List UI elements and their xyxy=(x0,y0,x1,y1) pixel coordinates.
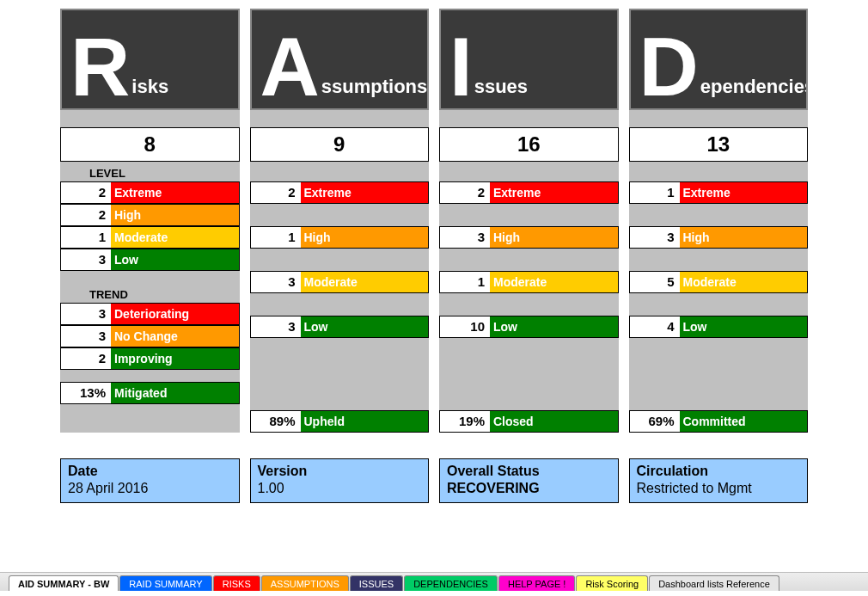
count-box: 13 xyxy=(629,127,809,162)
level-count: 1 xyxy=(251,227,301,248)
level-label: Moderate xyxy=(490,272,618,292)
level-row: 2Extreme xyxy=(60,181,240,204)
level-row: 4Low xyxy=(629,316,809,338)
header-letter: D xyxy=(639,36,699,98)
meta-title: Version xyxy=(258,463,422,480)
level-row: 3High xyxy=(439,226,619,249)
trend-count: 3 xyxy=(61,326,111,347)
header-letter: R xyxy=(70,36,130,98)
status-percent: 19% xyxy=(440,411,490,432)
level-count: 1 xyxy=(440,272,490,292)
meta-title: Overall Status xyxy=(447,463,611,480)
level-count: 2 xyxy=(251,182,301,203)
trend-label: Deteriorating xyxy=(111,304,239,324)
status-row: 69%Committed xyxy=(629,410,809,433)
sheet-tab[interactable]: ISSUES xyxy=(350,575,403,591)
status-percent: 13% xyxy=(61,383,111,403)
status-percent: 69% xyxy=(630,411,680,432)
trend-row: 2Improving xyxy=(60,347,240,370)
column-header: Risks xyxy=(60,9,240,110)
column-i: Issues162Extreme3High1Moderate10Low19%Cl… xyxy=(439,9,619,433)
level-row: 3High xyxy=(629,226,809,249)
level-count: 3 xyxy=(440,227,490,248)
level-count: 4 xyxy=(630,316,680,337)
level-count: 5 xyxy=(630,272,680,292)
sheet-tab[interactable]: DEPENDENCIES xyxy=(404,575,498,591)
level-label: High xyxy=(490,227,618,248)
header-letter: A xyxy=(260,36,320,98)
level-count: 1 xyxy=(61,227,111,248)
sheet-tab[interactable]: ASSUMPTIONS xyxy=(261,575,349,591)
count-box: 9 xyxy=(250,127,430,162)
meta-value: RECOVERING xyxy=(447,480,611,497)
level-label: Moderate xyxy=(301,272,429,292)
level-label: High xyxy=(680,227,808,248)
meta-box: Date28 April 2016 xyxy=(60,458,240,503)
trend-count: 3 xyxy=(61,304,111,324)
status-row: 19%Closed xyxy=(439,410,619,433)
section-label-trend: TREND xyxy=(60,283,240,303)
column-header: Issues xyxy=(439,9,619,110)
level-label: Extreme xyxy=(111,182,239,203)
meta-title: Date xyxy=(68,463,232,480)
status-label: Mitigated xyxy=(111,383,239,403)
status-percent: 89% xyxy=(251,411,301,432)
header-suffix: ssues xyxy=(474,76,528,98)
meta-box: CirculationRestricted to Mgmt xyxy=(629,458,809,503)
level-label: Low xyxy=(680,316,808,337)
level-label: Extreme xyxy=(680,182,808,203)
level-label: Low xyxy=(111,249,239,270)
meta-value: 28 April 2016 xyxy=(68,480,232,497)
column-header: Assumptions xyxy=(250,9,430,110)
sheet-tab[interactable]: Dashboard lists Reference xyxy=(649,575,779,591)
column-d: Dependencies131Extreme3High5Moderate4Low… xyxy=(629,9,809,433)
level-count: 3 xyxy=(251,316,301,337)
count-box: 16 xyxy=(439,127,619,162)
level-count: 3 xyxy=(61,249,111,270)
level-count: 2 xyxy=(440,182,490,203)
meta-title: Circulation xyxy=(637,463,801,480)
level-row: 2Extreme xyxy=(439,181,619,204)
status-label: Committed xyxy=(680,411,808,432)
sheet-tab[interactable]: AID SUMMARY - BW xyxy=(9,575,119,591)
meta-value: Restricted to Mgmt xyxy=(637,480,801,497)
header-suffix: ependencies xyxy=(700,76,808,98)
level-count: 3 xyxy=(251,272,301,292)
meta-info-row: Date28 April 2016Version1.00Overall Stat… xyxy=(0,458,868,503)
column-header: Dependencies xyxy=(629,9,809,110)
sheet-tab[interactable]: HELP PAGE ! xyxy=(498,575,575,591)
status-row: 89%Upheld xyxy=(250,410,430,433)
trend-row: 3No Change xyxy=(60,325,240,347)
level-row: 1High xyxy=(250,226,430,249)
level-row: 1Moderate xyxy=(439,271,619,293)
level-row: 2Extreme xyxy=(250,181,430,204)
meta-value: 1.00 xyxy=(258,480,422,497)
header-suffix: ssumptions xyxy=(321,76,427,98)
status-row: 13%Mitigated xyxy=(60,382,240,404)
trend-label: No Change xyxy=(111,326,239,347)
level-label: Moderate xyxy=(680,272,808,292)
meta-box: Overall StatusRECOVERING xyxy=(439,458,619,503)
header-suffix: isks xyxy=(131,76,168,98)
sheet-tab[interactable]: Risk Scoring xyxy=(576,575,648,591)
level-label: High xyxy=(301,227,429,248)
sheet-tab[interactable]: RAID SUMMARY xyxy=(119,575,211,591)
status-label: Closed xyxy=(490,411,618,432)
level-count: 1 xyxy=(630,182,680,203)
column-r: Risks8LEVEL2Extreme2High1Moderate3LowTRE… xyxy=(60,9,240,433)
level-row: 3Moderate xyxy=(250,271,430,293)
level-label: Extreme xyxy=(490,182,618,203)
level-count: 3 xyxy=(630,227,680,248)
level-count: 10 xyxy=(440,316,490,337)
raid-dashboard: Risks8LEVEL2Extreme2High1Moderate3LowTRE… xyxy=(0,0,868,433)
sheet-tab[interactable]: RISKS xyxy=(213,575,260,591)
level-label: Extreme xyxy=(301,182,429,203)
trend-row: 3Deteriorating xyxy=(60,303,240,325)
section-label-level: LEVEL xyxy=(60,162,240,181)
status-label: Upheld xyxy=(301,411,429,432)
level-count: 2 xyxy=(61,182,111,203)
level-count: 2 xyxy=(61,205,111,225)
level-row: 3Low xyxy=(60,249,240,271)
level-label: Moderate xyxy=(111,227,239,248)
count-box: 8 xyxy=(60,127,240,162)
